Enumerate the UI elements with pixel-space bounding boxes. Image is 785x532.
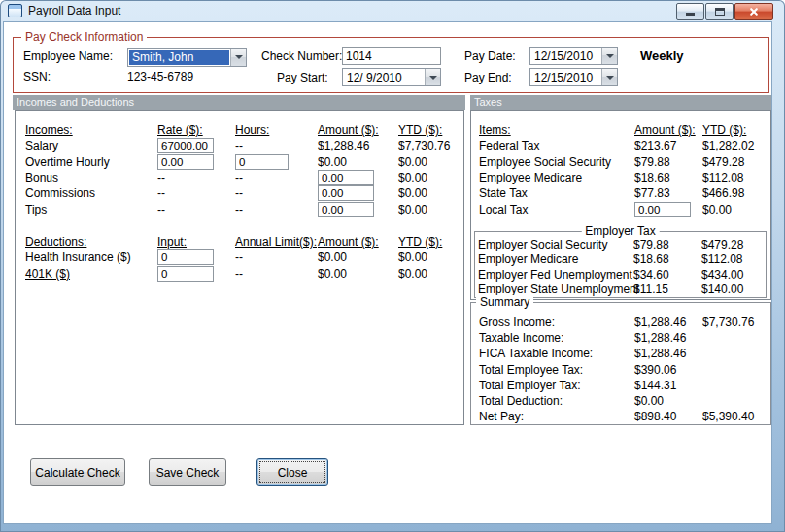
cell: $390.06 [634, 363, 702, 377]
tax-row-federal: Federal Tax $213.67 $1,282.02 [471, 138, 770, 153]
summary-row-gross-income: Gross Income: $1,288.46 $7,730.76 [471, 315, 770, 330]
401k-input[interactable] [157, 266, 214, 282]
save-check-button[interactable]: Save Check [149, 458, 226, 486]
titlebar-close-button[interactable] [734, 3, 773, 20]
income-row-salary: Salary -- $1,288.46 $7,730.76 [16, 138, 463, 153]
cell: $18.68 [633, 252, 701, 266]
row-label: Employer Medicare [478, 252, 633, 266]
col-header-hours: Hours: [235, 123, 318, 137]
summary-group-title: Summary [476, 295, 533, 309]
row-label: Local Tax [479, 203, 634, 216]
col-header-annual-limit: Annual Limit($): [235, 235, 318, 249]
income-row-commissions: Commissions -- -- $0.00 [16, 185, 463, 201]
col-header-amount: Amount ($): [318, 123, 398, 137]
cell: $0.00 [318, 267, 398, 281]
row-label: Gross Income: [479, 316, 634, 329]
cell: $11.15 [633, 283, 701, 296]
employee-name-combobox[interactable]: Smith, John [127, 48, 247, 67]
employer-tax-group-title: Employer Tax [581, 224, 659, 238]
close-button[interactable]: Close [256, 458, 328, 486]
window-controls [675, 3, 773, 20]
row-label: Employer Fed Unemployment [478, 268, 633, 282]
col-header-ytd: YTD ($): [702, 123, 770, 137]
row-label: Net Pay: [479, 410, 634, 423]
cell: -- [235, 139, 318, 152]
cell: $112.08 [702, 171, 770, 184]
bonus-amount-input[interactable] [318, 170, 374, 185]
deduction-row-401k: 401K ($) -- $0.00 $0.00 [16, 265, 463, 281]
row-label: Commissions [25, 186, 157, 200]
minimize-icon [686, 13, 695, 16]
chevron-down-icon [235, 55, 243, 59]
pay-end-picker[interactable]: 12/15/2010 [529, 68, 618, 86]
cell: -- [157, 171, 235, 184]
pay-end-dropdown-button[interactable] [601, 69, 617, 85]
cell: -- [157, 203, 235, 216]
cell: $479.28 [702, 155, 770, 169]
deductions-header-row: Deductions: Input: Annual Limit($): Amou… [16, 234, 463, 249]
cell: $1,288.46 [318, 139, 398, 152]
overtime-rate-input[interactable] [157, 154, 214, 170]
pay-date-dropdown-button[interactable] [601, 48, 617, 64]
taxes-section-header: Taxes [470, 95, 771, 110]
pay-start-picker[interactable]: 12/ 9/2010 [342, 68, 441, 86]
cell: $0.00 [398, 186, 463, 200]
health-insurance-input[interactable] [157, 249, 214, 265]
calculate-check-button[interactable]: Calculate Check [30, 458, 125, 486]
summary-row-taxable-income: Taxable Income: $1,288.46 [471, 330, 770, 346]
income-row-bonus: Bonus -- -- $0.00 [16, 170, 463, 185]
row-label: Taxable Income: [479, 331, 634, 345]
salary-rate-input[interactable] [157, 138, 214, 153]
taxes-header-row: Items: Amount ($): YTD ($): [471, 122, 770, 138]
pay-start-label: Pay Start: [277, 71, 328, 84]
check-number-input[interactable] [342, 47, 441, 65]
pay-date-picker[interactable]: 12/15/2010 [529, 47, 618, 65]
row-label: Overtime Hourly [25, 155, 157, 169]
chevron-down-icon [606, 54, 614, 58]
cell: $479.28 [701, 238, 766, 251]
row-label: Total Employer Tax: [479, 379, 634, 392]
titlebar-minimize-button[interactable] [676, 3, 704, 20]
tips-amount-input[interactable] [318, 202, 374, 217]
cell: $18.68 [634, 171, 702, 184]
401k-link[interactable]: 401K ($) [25, 267, 157, 281]
ssn-label: SSN: [23, 70, 51, 83]
employee-name-value: Smith, John [129, 50, 229, 65]
close-icon [749, 7, 759, 17]
titlebar[interactable]: Payroll Data Input [0, 0, 785, 21]
cell: $0.00 [634, 394, 702, 408]
cell: $0.00 [398, 267, 463, 281]
tax-row-employee-medicare: Employee Medicare $18.68 $112.08 [471, 170, 770, 185]
pay-end-label: Pay End: [464, 71, 512, 84]
col-header-deductions: Deductions: [25, 235, 157, 249]
row-label: Health Insurance ($) [25, 250, 157, 264]
commissions-amount-input[interactable] [318, 185, 374, 201]
tax-row-local: Local Tax $0.00 [471, 201, 770, 216]
local-tax-input[interactable] [634, 202, 691, 217]
tax-row-employer-social-security: Employer Social Security $79.88 $479.28 [475, 237, 766, 252]
incomes-section-header: Incomes and Deductions [13, 95, 465, 110]
pay-start-dropdown-button[interactable] [425, 69, 440, 85]
cell: $79.88 [633, 238, 701, 251]
cell: $1,282.02 [702, 139, 770, 152]
cell: $0.00 [318, 250, 398, 264]
titlebar-maximize-button[interactable] [705, 3, 734, 20]
overtime-hours-input[interactable] [235, 154, 289, 170]
deduction-row-health-insurance: Health Insurance ($) -- $0.00 $0.00 [16, 249, 463, 265]
cell: -- [235, 203, 318, 216]
cell: $34.60 [633, 268, 701, 282]
tax-row-state: State Tax $77.83 $466.98 [471, 185, 770, 201]
chevron-down-icon [429, 76, 437, 80]
taxes-panel: Items: Amount ($): YTD ($): Federal Tax … [470, 110, 771, 300]
summary-row-net-pay: Net Pay: $898.40 $5,390.40 [471, 409, 770, 424]
row-label: Employee Social Security [479, 155, 634, 169]
payroll-window: Payroll Data Input Pay Check Information… [0, 0, 785, 532]
row-label: FICA Taxable Income: [479, 347, 634, 360]
cell: -- [235, 250, 318, 264]
employee-name-dropdown-button[interactable] [230, 49, 246, 66]
tax-row-employer-fed-unemployment: Employer Fed Unemployment $34.60 $434.00 [475, 267, 766, 283]
cell: $5,390.40 [702, 410, 770, 423]
chevron-down-icon [606, 76, 614, 80]
cell: $0.00 [398, 155, 463, 169]
col-header-input: Input: [157, 235, 235, 249]
